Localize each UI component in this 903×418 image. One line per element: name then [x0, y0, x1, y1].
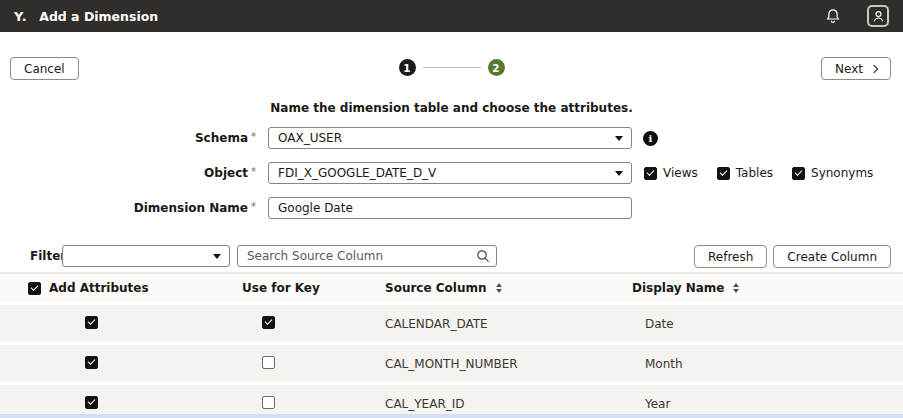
user-avatar-button[interactable] — [867, 5, 889, 27]
schema-select-value: OAX_USER — [278, 131, 342, 145]
sort-icon[interactable] — [733, 283, 739, 293]
views-checkbox-item[interactable]: Views — [644, 166, 698, 180]
required-asterisk: * — [251, 201, 256, 212]
filter-label: Filter — [30, 249, 66, 263]
notifications-bell-icon[interactable] — [825, 8, 841, 24]
add-attributes-header: Add Attributes — [0, 281, 235, 295]
chevron-right-icon — [870, 65, 878, 73]
page-title: Add a Dimension — [39, 9, 158, 24]
required-asterisk: * — [251, 166, 256, 177]
required-asterisk: * — [251, 131, 256, 142]
table-body: CALENDAR_DATE Date CAL_MONTH_NUMBER Mont… — [0, 305, 903, 418]
row-use-for-key-checkbox[interactable] — [262, 396, 275, 409]
dimension-name-input[interactable] — [268, 197, 632, 219]
schema-label: Schema* — [0, 131, 256, 145]
row-display-name: Year — [630, 397, 903, 411]
app-header-bar: Y. Add a Dimension — [0, 0, 903, 32]
tables-label: Tables — [736, 166, 773, 180]
row-source-column: CAL_YEAR_ID — [385, 397, 630, 411]
views-label: Views — [663, 166, 698, 180]
synonyms-checkbox[interactable] — [792, 167, 805, 180]
use-for-key-header: Use for Key — [235, 281, 385, 295]
attributes-table: Add Attributes Use for Key Source Column… — [0, 272, 903, 418]
info-icon[interactable]: i — [643, 131, 658, 146]
display-name-header-label: Display Name — [632, 281, 724, 295]
use-for-key-header-label: Use for Key — [242, 281, 320, 295]
row-add-attribute-checkbox[interactable] — [85, 316, 98, 329]
filter-select[interactable] — [62, 245, 230, 267]
create-column-button[interactable]: Create Column — [773, 245, 891, 268]
schema-select[interactable]: OAX_USER — [268, 127, 632, 149]
next-row-highlight — [0, 414, 903, 418]
wizard-stepper: 1 2 — [0, 59, 903, 76]
search-field-wrap — [237, 245, 497, 267]
dimension-name-label: Dimension Name* — [0, 201, 256, 215]
row-source-column: CALENDAR_DATE — [385, 317, 630, 331]
search-icon — [476, 249, 490, 263]
toolbar-buttons: Refresh Create Column — [694, 245, 891, 268]
user-avatar-icon — [871, 9, 886, 24]
row-display-name: Month — [630, 357, 903, 371]
schema-row: Schema* OAX_USER i — [0, 127, 903, 149]
object-row: Object* FDI_X_GOOGLE_DATE_D_V Views Tabl… — [0, 162, 903, 184]
dropdown-arrow-icon — [615, 136, 623, 141]
refresh-button[interactable]: Refresh — [694, 245, 767, 268]
select-all-checkbox[interactable] — [28, 282, 41, 295]
row-add-attribute-checkbox[interactable] — [85, 396, 98, 409]
table-row: CALENDAR_DATE Date — [0, 305, 903, 342]
row-add-attribute-checkbox[interactable] — [85, 356, 98, 369]
row-use-for-key-checkbox[interactable] — [262, 356, 275, 369]
tables-checkbox[interactable] — [717, 167, 730, 180]
step-1-indicator[interactable]: 1 — [399, 59, 416, 76]
next-button-label: Next — [835, 62, 863, 76]
step-2-indicator[interactable]: 2 — [488, 59, 505, 76]
step-connector-line — [423, 67, 481, 68]
synonyms-checkbox-item[interactable]: Synonyms — [792, 166, 873, 180]
source-column-header[interactable]: Source Column — [385, 281, 630, 295]
views-checkbox[interactable] — [644, 167, 657, 180]
object-type-filters: Views Tables Synonyms — [644, 166, 873, 180]
next-button[interactable]: Next — [821, 57, 891, 80]
search-source-column-input[interactable] — [237, 245, 497, 267]
synonyms-label: Synonyms — [811, 166, 873, 180]
object-select[interactable]: FDI_X_GOOGLE_DATE_D_V — [268, 162, 632, 184]
dimension-form: Schema* OAX_USER i Object* FDI_X_GOOGLE_… — [0, 127, 903, 232]
table-row: CAL_MONTH_NUMBER Month — [0, 345, 903, 382]
object-select-value: FDI_X_GOOGLE_DATE_D_V — [278, 166, 436, 180]
add-dimension-page: Y. Add a Dimension Cancel 1 2 Next Name … — [0, 0, 903, 418]
object-label: Object* — [0, 166, 256, 180]
row-display-name: Date — [630, 317, 903, 331]
row-source-column: CAL_MONTH_NUMBER — [385, 357, 630, 371]
dimension-name-row: Dimension Name* — [0, 197, 903, 219]
app-logo-icon: Y. — [14, 9, 27, 24]
sort-icon[interactable] — [496, 283, 502, 293]
attributes-toolbar: Filter Refresh Create Column — [0, 245, 903, 268]
wizard-subtitle: Name the dimension table and choose the … — [0, 101, 903, 115]
dropdown-arrow-icon — [213, 254, 221, 259]
display-name-header[interactable]: Display Name — [630, 281, 903, 295]
table-header-row: Add Attributes Use for Key Source Column… — [0, 272, 903, 302]
add-attributes-header-label: Add Attributes — [49, 281, 149, 295]
dropdown-arrow-icon — [615, 171, 623, 176]
source-column-header-label: Source Column — [385, 281, 487, 295]
row-use-for-key-checkbox[interactable] — [262, 316, 275, 329]
tables-checkbox-item[interactable]: Tables — [717, 166, 773, 180]
